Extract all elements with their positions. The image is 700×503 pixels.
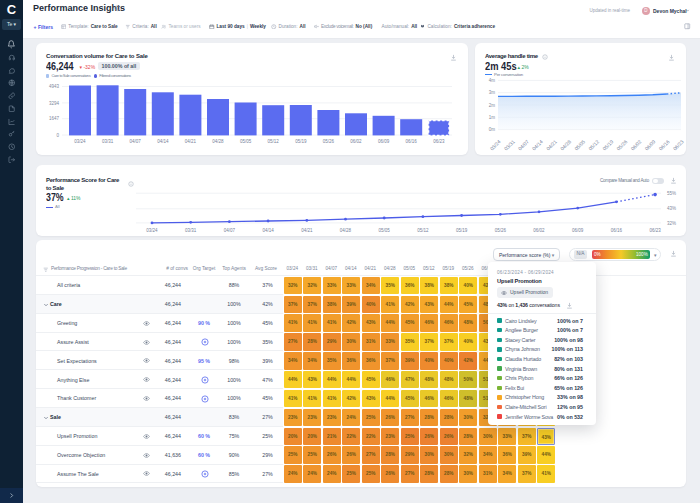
svg-text:32%: 32%: [667, 221, 676, 226]
svg-text:06/09: 06/09: [643, 138, 656, 151]
svg-text:1m: 1m: [489, 115, 496, 120]
svg-text:04/28: 04/28: [559, 138, 572, 151]
svg-text:06/23: 06/23: [433, 139, 445, 144]
svg-text:43%: 43%: [667, 206, 676, 211]
svg-text:06/16: 06/16: [611, 228, 623, 233]
svg-text:05/12: 05/12: [417, 228, 429, 233]
svg-text:3m: 3m: [489, 90, 496, 95]
svg-text:06/09: 06/09: [572, 228, 584, 233]
svg-text:55%: 55%: [667, 191, 676, 196]
svg-text:2m: 2m: [489, 103, 496, 108]
svg-text:06/02: 06/02: [350, 139, 362, 144]
svg-text:04/14: 04/14: [531, 138, 544, 151]
svg-text:04/07: 04/07: [130, 139, 142, 144]
svg-text:1647: 1647: [49, 116, 60, 121]
svg-text:03/31: 03/31: [503, 138, 516, 151]
svg-text:06/23: 06/23: [672, 138, 685, 151]
svg-text:04/14: 04/14: [262, 228, 274, 233]
svg-text:06/16: 06/16: [658, 138, 671, 151]
svg-text:04/14: 04/14: [157, 139, 169, 144]
svg-text:05/12: 05/12: [587, 138, 600, 151]
svg-text:05/19: 05/19: [295, 139, 307, 144]
svg-text:05/26: 05/26: [323, 139, 335, 144]
svg-text:3294: 3294: [49, 101, 60, 106]
svg-text:05/26: 05/26: [495, 228, 507, 233]
svg-text:06/02: 06/02: [533, 228, 545, 233]
svg-text:04/21: 04/21: [301, 228, 313, 233]
svg-text:05/19: 05/19: [456, 228, 468, 233]
svg-text:03/31: 03/31: [185, 228, 197, 233]
svg-text:4m: 4m: [489, 78, 496, 83]
svg-text:0: 0: [56, 133, 59, 138]
svg-text:03/31: 03/31: [102, 139, 114, 144]
svg-text:04/28: 04/28: [340, 228, 352, 233]
svg-text:05/05: 05/05: [379, 228, 391, 233]
svg-text:04/28: 04/28: [212, 139, 224, 144]
svg-text:06/09: 06/09: [378, 139, 390, 144]
svg-text:06/16: 06/16: [406, 139, 418, 144]
svg-text:05/12: 05/12: [268, 139, 280, 144]
svg-text:03/24: 03/24: [146, 228, 158, 233]
svg-text:04/21: 04/21: [185, 139, 197, 144]
svg-text:05/05: 05/05: [240, 139, 252, 144]
svg-text:05/26: 05/26: [615, 138, 628, 151]
svg-text:03/24: 03/24: [74, 139, 86, 144]
svg-text:05/05: 05/05: [573, 138, 586, 151]
svg-text:0m: 0m: [489, 127, 496, 132]
svg-text:06/02: 06/02: [629, 138, 642, 151]
svg-text:04/07: 04/07: [517, 138, 530, 151]
svg-text:05/19: 05/19: [601, 138, 614, 151]
svg-text:03/24: 03/24: [489, 138, 502, 151]
svg-text:04/07: 04/07: [224, 228, 236, 233]
svg-text:06/23: 06/23: [649, 228, 661, 233]
svg-text:04/21: 04/21: [545, 138, 558, 151]
svg-text:4943: 4943: [49, 84, 60, 89]
